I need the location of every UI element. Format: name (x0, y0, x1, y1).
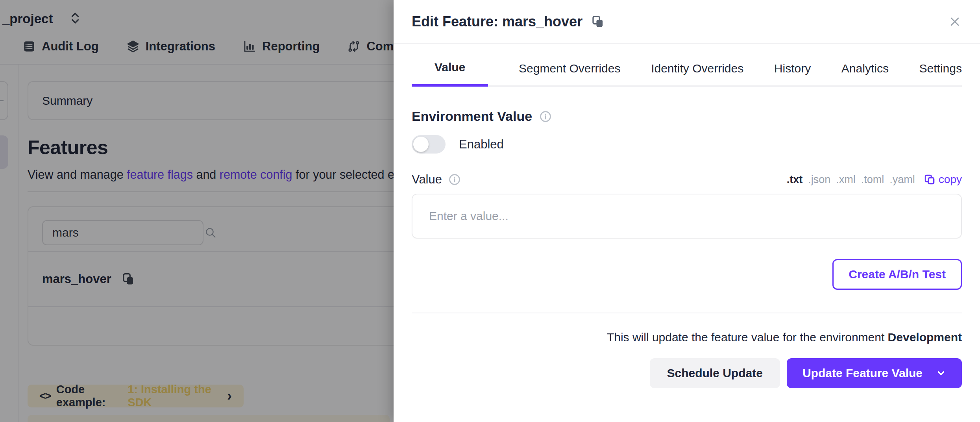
copy-value-link[interactable]: copy (924, 173, 962, 186)
tab-settings[interactable]: Settings (919, 62, 962, 85)
format-selector: .txt .json .xml .toml .yaml copy (787, 173, 962, 186)
enabled-toggle-row: Enabled (412, 135, 962, 154)
tab-segment-overrides[interactable]: Segment Overrides (519, 62, 620, 85)
enabled-toggle[interactable] (412, 135, 446, 154)
screen: _project (0, 0, 980, 422)
panel-body: Value Segment Overrides Identity Overrid… (394, 61, 980, 388)
footer-buttons: Schedule Update Update Feature Value (412, 358, 962, 388)
copy-feature-name-icon[interactable] (591, 15, 605, 28)
panel-header: Edit Feature: mars_hover (394, 0, 980, 44)
format-toml[interactable]: .toml (861, 174, 884, 186)
create-abn-test-button[interactable]: Create A/B/n Test (832, 259, 962, 290)
close-icon[interactable] (948, 15, 962, 29)
update-button-label: Update Feature Value (802, 366, 923, 380)
environment-value-heading: Environment Value (412, 109, 532, 124)
tab-analytics[interactable]: Analytics (841, 62, 889, 85)
copy-icon (924, 174, 936, 185)
environment-name: Development (888, 331, 962, 344)
info-icon[interactable] (539, 110, 552, 123)
info-icon[interactable] (448, 173, 461, 186)
format-json[interactable]: .json (808, 174, 830, 186)
copy-label: copy (939, 173, 962, 186)
panel-tabs: Value Segment Overrides Identity Overrid… (412, 61, 962, 87)
schedule-update-button[interactable]: Schedule Update (650, 358, 780, 388)
panel-footer-divider (412, 313, 962, 313)
tab-history[interactable]: History (774, 62, 811, 85)
value-input[interactable] (412, 194, 962, 239)
update-feature-value-button[interactable]: Update Feature Value (787, 358, 962, 388)
abn-row: Create A/B/n Test (412, 259, 962, 290)
value-label: Value (412, 172, 442, 187)
footer-notice-text: This will update the feature value for t… (607, 331, 888, 344)
tab-identity-overrides[interactable]: Identity Overrides (651, 62, 743, 85)
chevron-down-icon (936, 368, 946, 378)
enabled-label: Enabled (459, 137, 504, 152)
format-txt[interactable]: .txt (787, 174, 803, 186)
tab-value[interactable]: Value (412, 61, 488, 87)
edit-feature-panel: Edit Feature: mars_hover Value Segment O… (394, 0, 980, 422)
environment-value-section: Environment Value (412, 109, 962, 124)
panel-title: Edit Feature: mars_hover (412, 13, 582, 30)
toggle-knob (413, 137, 429, 152)
footer-notice: This will update the feature value for t… (412, 331, 962, 344)
value-label-row: Value .txt .json .xml .toml .yaml (412, 172, 962, 187)
format-yaml[interactable]: .yaml (889, 174, 915, 186)
format-xml[interactable]: .xml (836, 174, 856, 186)
value-label-wrap: Value (412, 172, 461, 187)
